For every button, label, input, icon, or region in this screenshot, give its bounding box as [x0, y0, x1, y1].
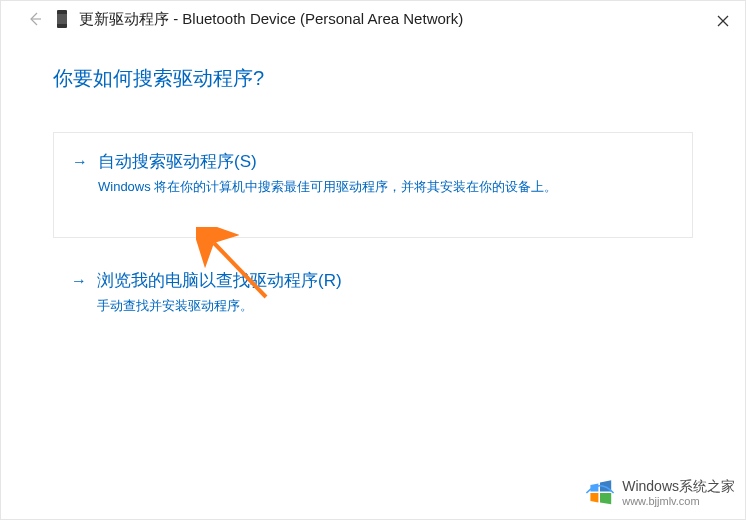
arrow-right-icon: → — [72, 149, 88, 175]
option-browse-desc: 手动查找并安装驱动程序。 — [97, 296, 675, 316]
close-button[interactable] — [715, 13, 731, 29]
question-heading: 你要如何搜索驱动程序? — [53, 65, 693, 92]
option-browse-title: 浏览我的电脑以查找驱动程序(R) — [97, 268, 675, 294]
watermark-title: Windows系统之家 — [622, 479, 735, 494]
arrow-right-icon: → — [71, 268, 87, 294]
header-row: 更新驱动程序 - Bluetooth Device (Personal Area… — [1, 1, 745, 29]
back-arrow-icon — [26, 10, 44, 28]
option-auto-desc: Windows 将在你的计算机中搜索最佳可用驱动程序，并将其安装在你的设备上。 — [98, 177, 674, 197]
svg-marker-6 — [600, 493, 611, 504]
option-auto-title: 自动搜索驱动程序(S) — [98, 149, 674, 175]
page-title: 更新驱动程序 - Bluetooth Device (Personal Area… — [79, 10, 463, 29]
device-icon — [57, 10, 67, 28]
close-icon — [717, 15, 729, 27]
windows-logo-icon — [584, 477, 616, 509]
watermark-url: www.bjjmlv.com — [622, 495, 735, 507]
back-button[interactable] — [25, 9, 45, 29]
svg-marker-5 — [591, 493, 599, 503]
option-browse-computer[interactable]: → 浏览我的电脑以查找驱动程序(R) 手动查找并安装驱动程序。 — [53, 264, 693, 326]
content-area: 你要如何搜索驱动程序? → 自动搜索驱动程序(S) Windows 将在你的计算… — [1, 29, 745, 326]
watermark: Windows系统之家 www.bjjmlv.com — [584, 477, 735, 509]
option-auto-search[interactable]: → 自动搜索驱动程序(S) Windows 将在你的计算机中搜索最佳可用驱动程序… — [53, 132, 693, 238]
